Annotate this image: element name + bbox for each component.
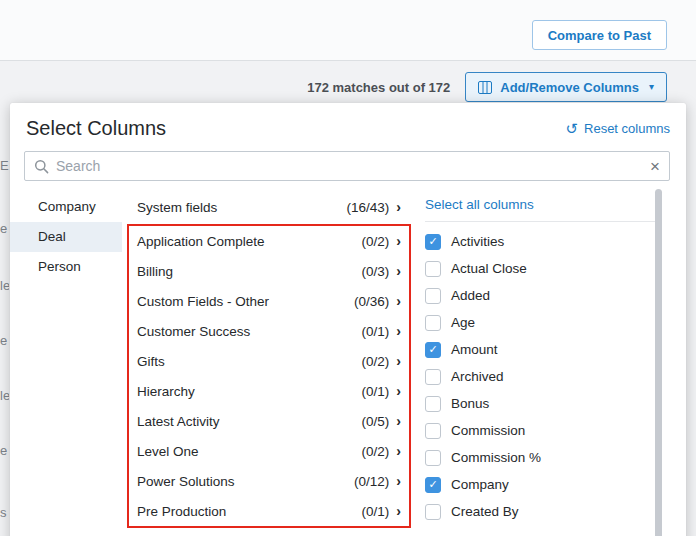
column-item-commission-[interactable]: Commission % — [425, 444, 656, 471]
chevron-right-icon: › — [396, 294, 401, 308]
column-label: Created By — [451, 504, 519, 519]
column-item-company[interactable]: ✓Company — [425, 471, 656, 498]
chevron-right-icon: › — [396, 264, 401, 278]
background-text-fragment: e — [0, 443, 9, 458]
background-text-fragment: s — [0, 505, 9, 520]
checkbox-checked[interactable]: ✓ — [425, 234, 441, 250]
group-count: (16/43) — [347, 200, 390, 215]
column-checkbox-list: ✓ActivitiesActual CloseAddedAge✓AmountAr… — [425, 228, 656, 525]
chevron-right-icon: › — [396, 474, 401, 488]
group-count: (0/2) — [362, 354, 390, 369]
checkbox-unchecked[interactable] — [425, 504, 441, 520]
modal-header: Select Columns ↺ Reset columns — [10, 103, 686, 140]
checkbox-unchecked[interactable] — [425, 396, 441, 412]
chevron-right-icon: › — [396, 324, 401, 338]
column-item-archived[interactable]: Archived — [425, 363, 656, 390]
group-label: System fields — [137, 200, 217, 215]
group-count: (0/1) — [362, 324, 390, 339]
checkbox-unchecked[interactable] — [425, 423, 441, 439]
group-count: (0/3) — [362, 264, 390, 279]
chevron-right-icon: › — [396, 414, 401, 428]
group-count: (0/2) — [362, 444, 390, 459]
category-item-company[interactable]: Company — [10, 192, 122, 222]
column-label: Added — [451, 288, 490, 303]
column-item-created-by[interactable]: Created By — [425, 498, 656, 525]
group-label: Pre Production — [137, 504, 226, 519]
checkbox-unchecked[interactable] — [425, 369, 441, 385]
select-all-columns-link[interactable]: Select all columns — [425, 192, 656, 218]
reset-columns-button[interactable]: ↺ Reset columns — [565, 121, 670, 136]
column-item-commission[interactable]: Commission — [425, 417, 656, 444]
chevron-right-icon: › — [396, 444, 401, 458]
chevron-right-icon: › — [396, 200, 401, 214]
background-text-fragment: e — [0, 333, 9, 348]
search-input[interactable] — [56, 158, 650, 174]
caret-down-icon: ▾ — [649, 82, 654, 92]
checkbox-unchecked[interactable] — [425, 315, 441, 331]
chevron-right-icon: › — [396, 504, 401, 518]
clear-search-icon[interactable]: × — [650, 158, 660, 175]
divider — [425, 221, 656, 222]
group-item-level-one[interactable]: Level One(0/2)› — [129, 436, 409, 466]
column-item-activities[interactable]: ✓Activities — [425, 228, 656, 255]
column-label: Age — [451, 315, 475, 330]
group-item-hierarchy[interactable]: Hierarchy(0/1)› — [129, 376, 409, 406]
group-label: Custom Fields - Other — [137, 294, 269, 309]
checkbox-checked[interactable]: ✓ — [425, 342, 441, 358]
annotation-red-box: Application Complete(0/2)›Billing(0/3)›C… — [127, 224, 411, 528]
column-label: Activities — [451, 234, 504, 249]
group-label: Latest Activity — [137, 414, 220, 429]
background-text-fragment: e — [0, 221, 9, 236]
group-count: (0/12) — [354, 474, 389, 489]
checkbox-checked[interactable]: ✓ — [425, 477, 441, 493]
column-pane: Select all columns ✓ActivitiesActual Clo… — [421, 192, 686, 525]
add-remove-columns-button[interactable]: Add/Remove Columns ▾ — [465, 72, 667, 102]
checkbox-unchecked[interactable] — [425, 288, 441, 304]
category-item-person[interactable]: Person — [10, 252, 122, 282]
column-label: Actual Close — [451, 261, 527, 276]
group-count: (0/5) — [362, 414, 390, 429]
column-label: Company — [451, 477, 509, 492]
reset-icon: ↺ — [565, 121, 578, 136]
scrollbar[interactable] — [655, 189, 662, 536]
group-label: Hierarchy — [137, 384, 195, 399]
category-item-deal[interactable]: Deal — [10, 222, 122, 252]
group-item-application-complete[interactable]: Application Complete(0/2)› — [129, 226, 409, 256]
page-header-band: Compare to Past — [0, 0, 696, 61]
compare-to-past-button[interactable]: Compare to Past — [532, 20, 667, 50]
group-item-system-fields[interactable]: System fields (16/43) › — [127, 192, 411, 222]
group-item-billing[interactable]: Billing(0/3)› — [129, 256, 409, 286]
chevron-right-icon: › — [396, 384, 401, 398]
search-bar: × — [24, 151, 670, 181]
column-item-actual-close[interactable]: Actual Close — [425, 255, 656, 282]
group-count: (0/1) — [362, 384, 390, 399]
background-text-fragment: le — [0, 278, 9, 293]
reset-columns-label: Reset columns — [584, 121, 670, 136]
checkbox-unchecked[interactable] — [425, 450, 441, 466]
group-item-customer-success[interactable]: Customer Success(0/1)› — [129, 316, 409, 346]
group-item-pre-production[interactable]: Pre Production(0/1)› — [129, 496, 409, 526]
columns-icon — [478, 81, 492, 94]
background-text-fragment: le — [0, 388, 9, 403]
matches-count: 172 matches out of 172 — [307, 80, 450, 95]
group-item-power-solutions[interactable]: Power Solutions(0/12)› — [129, 466, 409, 496]
group-label: Gifts — [137, 354, 165, 369]
add-remove-columns-label: Add/Remove Columns — [500, 80, 639, 95]
category-list: CompanyDealPerson — [10, 192, 122, 282]
column-item-age[interactable]: Age — [425, 309, 656, 336]
column-item-added[interactable]: Added — [425, 282, 656, 309]
select-columns-modal: Select Columns ↺ Reset columns × Company… — [10, 103, 686, 536]
checkbox-unchecked[interactable] — [425, 261, 441, 277]
toolbar: 172 matches out of 172 Add/Remove Column… — [307, 72, 667, 102]
column-item-bonus[interactable]: Bonus — [425, 390, 656, 417]
column-item-amount[interactable]: ✓Amount — [425, 336, 656, 363]
group-item-gifts[interactable]: Gifts(0/2)› — [129, 346, 409, 376]
group-item-custom-fields-other[interactable]: Custom Fields - Other(0/36)› — [129, 286, 409, 316]
group-count: (0/36) — [354, 294, 389, 309]
modal-content: CompanyDealPerson System fields (16/43) … — [10, 192, 686, 528]
group-item-latest-activity[interactable]: Latest Activity(0/5)› — [129, 406, 409, 436]
group-label: Level One — [137, 444, 199, 459]
column-label: Amount — [451, 342, 498, 357]
group-label: Billing — [137, 264, 173, 279]
chevron-right-icon: › — [396, 234, 401, 248]
